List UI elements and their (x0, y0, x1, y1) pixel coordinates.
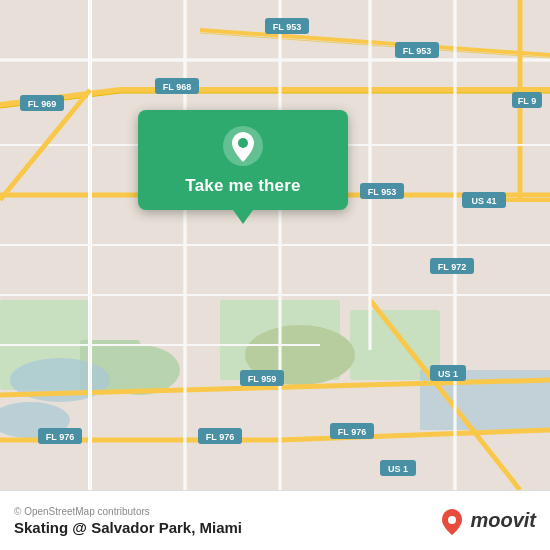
svg-text:FL 953: FL 953 (368, 187, 396, 197)
svg-text:US 1: US 1 (438, 369, 458, 379)
svg-text:FL 959: FL 959 (248, 374, 276, 384)
svg-point-76 (448, 516, 456, 524)
svg-text:FL 9: FL 9 (518, 96, 536, 106)
bottom-bar: © OpenStreetMap contributors Skating @ S… (0, 490, 550, 550)
svg-text:US 1: US 1 (388, 464, 408, 474)
svg-point-5 (100, 345, 180, 395)
location-pin-icon (221, 124, 265, 168)
map-svg: FL 969 FL 968 FL 953 FL 959 FL 953 FL 95… (0, 0, 550, 490)
bottom-left-info: © OpenStreetMap contributors Skating @ S… (14, 506, 242, 536)
svg-text:FL 976: FL 976 (338, 427, 366, 437)
moovit-text: moovit (470, 509, 536, 532)
svg-text:FL 953: FL 953 (403, 46, 431, 56)
location-title: Skating @ Salvador Park, Miami (14, 519, 242, 536)
svg-text:FL 953: FL 953 (273, 22, 301, 32)
callout-label: Take me there (185, 176, 300, 196)
svg-text:FL 968: FL 968 (163, 82, 191, 92)
moovit-brand-icon (438, 507, 466, 535)
svg-text:FL 969: FL 969 (28, 99, 56, 109)
svg-text:US 41: US 41 (471, 196, 496, 206)
svg-point-75 (238, 138, 248, 148)
map-container: FL 969 FL 968 FL 953 FL 959 FL 953 FL 95… (0, 0, 550, 490)
svg-text:FL 972: FL 972 (438, 262, 466, 272)
svg-text:FL 976: FL 976 (46, 432, 74, 442)
moovit-logo: moovit (438, 507, 536, 535)
svg-text:FL 976: FL 976 (206, 432, 234, 442)
map-attribution: © OpenStreetMap contributors (14, 506, 242, 517)
map-callout[interactable]: Take me there (138, 110, 348, 210)
